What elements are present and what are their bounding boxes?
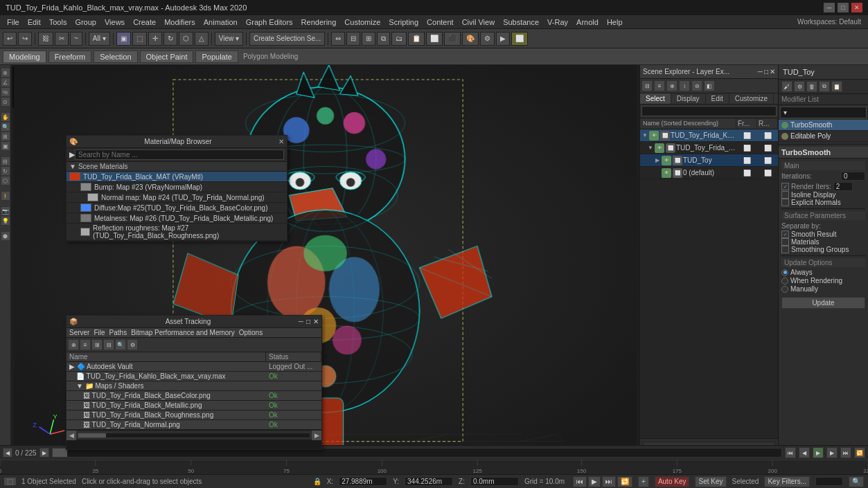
scale2-btn[interactable]: △ <box>195 32 209 46</box>
eye-3[interactable]: 👁 <box>662 168 671 178</box>
scene-filter-btn[interactable]: ⊟ <box>641 80 653 91</box>
rigging-icon[interactable]: ⬢ <box>1 231 10 241</box>
z-coord-input[interactable] <box>470 477 519 486</box>
add-time-tag-btn[interactable]: + <box>638 476 649 487</box>
props-icon-settings[interactable]: ⚙ <box>794 81 805 92</box>
scene-explorer-max-btn[interactable]: □ <box>764 68 768 75</box>
mirror-btn[interactable]: ⇔ <box>331 32 345 46</box>
asset-scrollbar-track[interactable] <box>78 433 310 438</box>
material-editor-btn[interactable]: 🎨 <box>462 32 479 46</box>
scene-filter2-btn[interactable]: ≡ <box>654 80 665 91</box>
frame-search-btn[interactable]: 🔍 <box>849 476 864 487</box>
scene-tab-customize[interactable]: Customize <box>729 93 774 104</box>
mat-item-0[interactable]: TUD_Toy_Frida_Black_MAT (VRayMtl) <box>67 172 287 182</box>
menu-file[interactable]: File <box>3 18 24 26</box>
scene-tree[interactable]: ▼ 👁 ⬜ TUD_Toy_Frida_Kahlo_Black ⬜ ⬜ ▼ 👁 … <box>640 129 778 438</box>
manually-row[interactable]: Manually <box>781 285 865 293</box>
eye-2[interactable]: 👁 <box>662 156 671 165</box>
next-frame-btn[interactable]: ▶ <box>826 447 838 458</box>
eye-0[interactable]: 👁 <box>649 131 659 141</box>
asset-tb-5[interactable]: 🔍 <box>115 339 126 350</box>
asset-expand-0[interactable]: ▶ <box>69 363 77 370</box>
expand-3[interactable] <box>654 170 661 177</box>
timeline-prev-btn[interactable]: ◀ <box>3 448 12 458</box>
ribbon-btn[interactable]: ⬜ <box>426 32 443 46</box>
asset-tb-1[interactable]: ⊕ <box>68 339 79 350</box>
menu-views[interactable]: Views <box>100 18 129 26</box>
menu-help[interactable]: Help <box>603 18 627 26</box>
manually-radio[interactable] <box>781 286 788 293</box>
asset-row-4[interactable]: 🖼 TUD_Toy_Frida_Black_Metallic.png Ok <box>67 401 321 410</box>
menu-customize[interactable]: Customize <box>340 18 384 26</box>
asset-scrollbar[interactable]: ◀ ▶ <box>67 430 321 440</box>
asset-tb-2[interactable]: ≡ <box>80 339 91 350</box>
move-btn[interactable]: ✛ <box>148 32 162 46</box>
schematic-btn[interactable]: ⬛ <box>444 32 461 46</box>
props-icon-copy[interactable]: ⧉ <box>819 81 830 92</box>
modifier-turbosmooth[interactable]: TurboSmooth <box>779 120 868 131</box>
eye-1[interactable]: 👁 <box>655 143 664 153</box>
scene-tab-select[interactable]: Select <box>640 93 671 104</box>
eye2-3[interactable]: ⬜ <box>673 168 682 178</box>
asset-tb-3[interactable]: ⊞ <box>91 339 103 350</box>
mat-search-input[interactable] <box>75 150 284 160</box>
menu-group[interactable]: Group <box>71 18 100 26</box>
array-btn[interactable]: ⊞ <box>362 32 375 46</box>
y-coord-input[interactable] <box>405 477 453 486</box>
snap-icon[interactable]: ⊕ <box>1 68 10 78</box>
playback-end-btn[interactable]: ⏭ <box>602 476 616 487</box>
field-view-icon[interactable]: ⬡ <box>1 176 10 186</box>
quad-view-icon[interactable]: ⊟ <box>1 156 10 166</box>
key-filters-btn[interactable]: Key Filters... <box>764 476 810 487</box>
iterations-value[interactable] <box>841 172 865 181</box>
smoothing-check[interactable] <box>781 246 789 253</box>
walk-icon[interactable]: 🚶 <box>1 191 10 201</box>
menu-arnold[interactable]: Arnold <box>572 18 603 26</box>
prev-frame-btn[interactable]: ◀ <box>799 447 810 458</box>
asset-menu-bitmap[interactable]: Bitmap Performance and Memory <box>131 329 235 336</box>
scene-filter3-btn[interactable]: ⊕ <box>666 80 677 91</box>
tab-freeform[interactable]: Freeform <box>48 51 92 63</box>
modifier-editable-poly[interactable]: Editable Poly <box>779 131 868 142</box>
asset-row-3[interactable]: 🖼 TUD_Toy_Frida_Black_BaseColor.png Ok <box>67 391 321 401</box>
clone-btn[interactable]: ⧉ <box>377 32 390 46</box>
set-key-btn[interactable]: Set Key <box>695 476 726 487</box>
scene-filter6-btn[interactable]: ◧ <box>704 80 715 91</box>
render-iters-value[interactable] <box>833 182 853 191</box>
asset-row-0[interactable]: ▶ 🔷 Autodesk Vault Logged Out ... <box>67 362 321 372</box>
close-btn[interactable]: ✕ <box>851 3 862 12</box>
frame-search-input[interactable] <box>815 477 843 486</box>
tab-object-paint[interactable]: Object Paint <box>140 51 194 63</box>
loop-btn[interactable]: 🔁 <box>854 447 865 458</box>
isoline-check[interactable] <box>781 191 789 199</box>
asset-row-2[interactable]: ▼ 📁 Maps / Shaders <box>67 381 321 391</box>
timeline-ruler[interactable]: 0 25 50 75 100 125 150 175 200 225 <box>0 460 868 474</box>
scene-explorer-close-btn[interactable]: ✕ <box>770 68 775 75</box>
mat-item-1[interactable]: Bump: Map #23 (VRayNormalMap) <box>67 182 287 192</box>
play-end-btn[interactable]: ⏭ <box>840 447 851 458</box>
eye2-0[interactable]: ⬜ <box>660 131 670 141</box>
asset-scrollbar-thumb[interactable] <box>78 433 106 437</box>
explicit-check[interactable] <box>781 199 789 206</box>
props-icon-paint[interactable]: 🖌 <box>781 81 792 92</box>
tab-modeling[interactable]: Modeling <box>3 51 46 62</box>
menu-modifiers[interactable]: Modifiers <box>160 18 200 26</box>
render-setup-btn[interactable]: ⚙ <box>480 32 495 46</box>
select-btn[interactable]: ▣ <box>116 32 131 46</box>
render-iters-check[interactable]: ✓ <box>781 183 789 190</box>
asset-tb-4[interactable]: ⊟ <box>103 339 114 350</box>
menu-edit[interactable]: Edit <box>24 18 45 26</box>
hand-icon[interactable]: ✋ <box>1 112 10 122</box>
view-btn[interactable]: View ▾ <box>215 32 243 46</box>
camera-icon[interactable]: 📷 <box>1 206 10 216</box>
scene-filter4-btn[interactable]: ↕ <box>679 80 690 91</box>
minimize-btn[interactable]: ─ <box>824 3 835 12</box>
asset-close-btn[interactable]: ✕ <box>313 318 319 325</box>
light-icon[interactable]: 💡 <box>1 216 10 226</box>
always-radio[interactable] <box>781 269 788 276</box>
mat-item-2[interactable]: Normal map: Map #24 (TUD_Toy_Frida_Norma… <box>67 192 287 203</box>
align-btn[interactable]: ⊟ <box>346 32 360 46</box>
scene-search-input[interactable] <box>641 106 777 116</box>
material-browser-titlebar[interactable]: 🎨 Material/Map Browser ✕ <box>67 136 287 148</box>
scene-filter5-btn[interactable]: ⊖ <box>691 80 702 91</box>
